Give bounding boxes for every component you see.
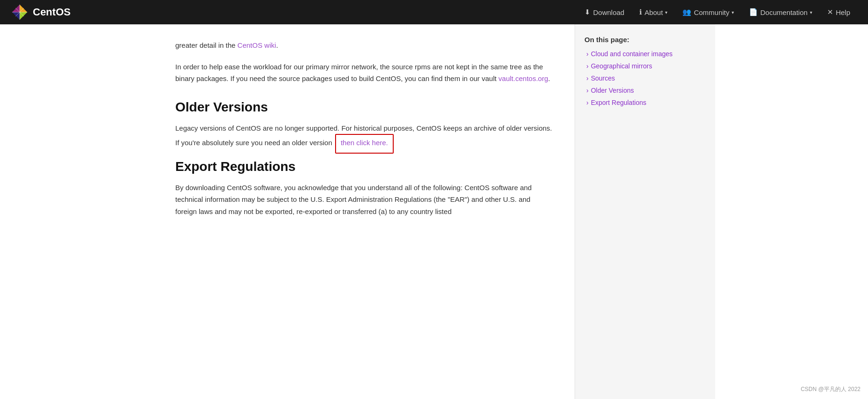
intro-paragraph: greater detail in the CentOS wiki.	[175, 39, 552, 52]
chevron-down-icon: ▾	[732, 10, 734, 15]
chevron-down-icon: ▾	[810, 10, 812, 15]
sidebar-link-0[interactable]: Cloud and container images	[584, 50, 706, 58]
doc-icon: 📄	[749, 8, 758, 16]
nav-documentation[interactable]: 📄 Documentation ▾	[742, 5, 819, 19]
intro-text-start: greater detail in the	[175, 41, 238, 49]
vault-link[interactable]: vault.centos.org	[499, 74, 548, 82]
download-icon: ⬇	[584, 8, 591, 16]
red-box-wrapper: then click here.	[334, 139, 394, 147]
watermark: CSDN @平凡的人 2022	[801, 385, 861, 393]
export-text: By downloading CentOS software, you ackn…	[175, 182, 552, 218]
chevron-down-icon: ▾	[665, 10, 667, 15]
sidebar-link-3[interactable]: Older Versions	[584, 87, 706, 94]
brand-logo[interactable]: CentOS	[11, 4, 71, 21]
nav-community[interactable]: 👥 Community ▾	[676, 5, 741, 19]
source-paragraph: In order to help ease the workload for o…	[175, 61, 552, 85]
older-versions-paragraph: Legacy versions of CentOS are no longer …	[175, 122, 552, 154]
sidebar-link-1[interactable]: Geographical mirrors	[584, 62, 706, 70]
export-regulations-heading: Export Regulations	[175, 159, 552, 174]
sidebar-link-4[interactable]: Export Regulations	[584, 99, 706, 106]
centos-wiki-link[interactable]: CentOS wiki	[238, 41, 277, 49]
sidebar-title: On this page:	[584, 36, 706, 44]
intro-text-end: .	[276, 41, 278, 49]
page-wrapper: greater detail in the CentOS wiki. In or…	[153, 24, 715, 399]
sidebar: On this page: Cloud and container images…	[575, 24, 715, 399]
nav-about[interactable]: ℹ About ▾	[633, 5, 674, 19]
info-icon: ℹ	[639, 8, 642, 16]
source-text-body: In order to help ease the workload for o…	[175, 63, 543, 83]
sidebar-link-2[interactable]: Sources	[584, 74, 706, 82]
help-icon: ✕	[827, 8, 833, 16]
nav-help[interactable]: ✕ Help	[821, 5, 857, 19]
nav-links: ⬇ Download ℹ About ▾ 👥 Community ▾ 📄 Doc…	[578, 5, 857, 19]
sidebar-links: Cloud and container imagesGeographical m…	[584, 50, 706, 106]
click-here-link[interactable]: then click here.	[341, 139, 388, 147]
community-icon: 👥	[682, 8, 691, 16]
nav-download[interactable]: ⬇ Download	[578, 5, 631, 19]
navbar: CentOS ⬇ Download ℹ About ▾ 👥 Community …	[0, 0, 868, 24]
click-here-box: then click here.	[335, 134, 394, 154]
brand-name: CentOS	[33, 6, 71, 18]
main-content: greater detail in the CentOS wiki. In or…	[153, 24, 575, 399]
older-versions-heading: Older Versions	[175, 100, 552, 115]
source-text-end: .	[548, 74, 550, 82]
